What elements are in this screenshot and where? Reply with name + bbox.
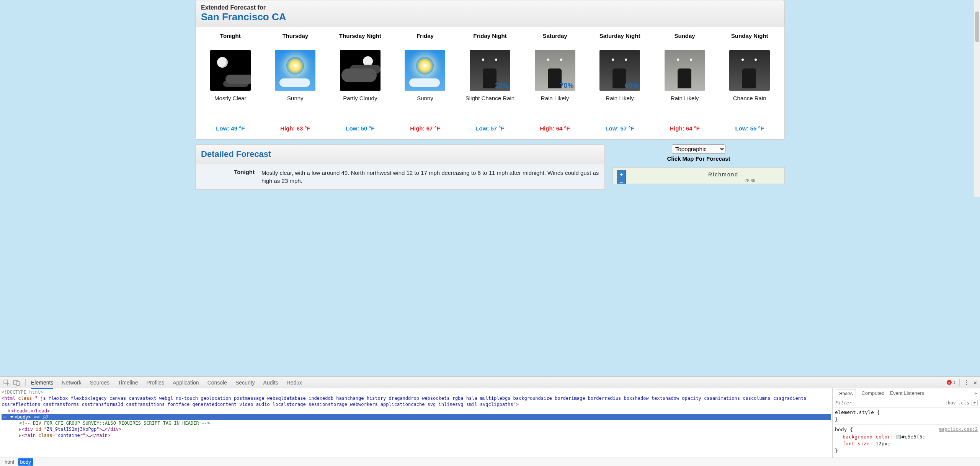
forecast-temp: Low: 57 °F xyxy=(605,125,634,132)
forecast-temp: Low: 55 °F xyxy=(735,125,764,132)
forecast-condition: Sunny xyxy=(417,95,433,111)
weather-icon xyxy=(340,50,381,91)
forecast-row: TonightMostly ClearLow: 49 °FThursdaySun… xyxy=(196,27,784,139)
forecast-day-label: Saturday xyxy=(542,33,567,48)
weather-icon xyxy=(210,50,251,91)
forecast-condition: Partly Cloudy xyxy=(343,95,377,111)
forecast-temp: High: 63 °F xyxy=(280,125,310,132)
forecast-header: Extended Forecast for San Francisco CA xyxy=(196,0,784,27)
forecast-item-2[interactable]: Thursday NightPartly CloudyLow: 50 °F xyxy=(331,33,389,132)
map-elevation-label: 75.8ft xyxy=(745,178,755,183)
detailed-text: Mostly clear, with a low around 49. Nort… xyxy=(261,169,599,185)
map-zoom-in-button[interactable]: + xyxy=(617,170,626,178)
forecast-day-label: Sunday xyxy=(675,33,695,48)
map-basemap-select[interactable]: Topographic xyxy=(672,144,725,154)
forecast-item-5[interactable]: Saturday70%Rain LikelyHigh: 64 °F xyxy=(526,33,584,132)
weather-icon xyxy=(665,50,705,91)
forecast-item-4[interactable]: Friday Night20%Slight Chance RainLow: 57… xyxy=(461,33,519,132)
weather-icon xyxy=(405,50,445,91)
forecast-temp: High: 67 °F xyxy=(410,125,440,132)
forecast-day-label: Tonight xyxy=(220,33,241,48)
extended-forecast-panel: Extended Forecast for San Francisco CA T… xyxy=(195,0,785,140)
forecast-item-7[interactable]: SundayRain LikelyHigh: 64 °F xyxy=(656,33,714,132)
forecast-condition: Slight Chance Rain xyxy=(466,95,514,111)
scrollbar-thumb[interactable] xyxy=(975,11,979,42)
detailed-forecast-header: Detailed Forecast xyxy=(195,144,605,164)
forecast-day-label: Thursday Night xyxy=(339,33,381,48)
precip-chance: 20% xyxy=(495,82,509,90)
weather-icon: 70% xyxy=(535,50,575,91)
weather-icon: 20% xyxy=(470,50,510,91)
extended-label: Extended Forecast for xyxy=(201,4,779,11)
detailed-period-label: Tonight xyxy=(201,169,255,185)
forecast-temp: Low: 57 °F xyxy=(475,125,504,132)
map-city-label: Richmond xyxy=(708,171,738,178)
location-title: San Francisco CA xyxy=(201,11,779,23)
weather-icon xyxy=(275,50,315,91)
forecast-item-3[interactable]: FridaySunnyHigh: 67 °F xyxy=(396,33,454,132)
forecast-condition: Chance Rain xyxy=(733,95,766,111)
forecast-temp: Low: 49 °F xyxy=(216,125,245,132)
map-caption: Click Map For Forecast xyxy=(612,155,785,162)
forecast-condition: Rain Likely xyxy=(671,95,699,111)
forecast-temp: High: 64 °F xyxy=(670,125,700,132)
forecast-temp: High: 64 °F xyxy=(540,125,570,132)
weather-icon: 60% xyxy=(599,50,640,91)
forecast-condition: Sunny xyxy=(287,95,304,111)
forecast-temp: Low: 50 °F xyxy=(346,125,374,132)
forecast-day-label: Friday Night xyxy=(473,33,507,48)
precip-chance: 60% xyxy=(625,82,639,90)
map-zoom-out-button[interactable]: – xyxy=(617,178,626,184)
forecast-day-label: Sunday Night xyxy=(731,33,768,48)
forecast-item-1[interactable]: ThursdaySunnyHigh: 63 °F xyxy=(266,33,324,132)
forecast-item-0[interactable]: TonightMostly ClearLow: 49 °F xyxy=(201,33,260,132)
forecast-item-8[interactable]: Sunday NightChance RainLow: 55 °F xyxy=(720,33,779,132)
forecast-condition: Rain Likely xyxy=(606,95,634,111)
forecast-day-label: Friday xyxy=(416,33,434,48)
forecast-day-label: Saturday Night xyxy=(599,33,640,48)
page-scrollbar[interactable] xyxy=(974,0,980,190)
detailed-forecast-row: Tonight Mostly clear, with a low around … xyxy=(195,164,605,190)
forecast-condition: Rain Likely xyxy=(541,95,569,111)
forecast-item-6[interactable]: Saturday Night60%Rain LikelyLow: 57 °F xyxy=(591,33,649,132)
forecast-condition: Mostly Clear xyxy=(214,95,246,111)
precip-chance: 70% xyxy=(560,82,573,90)
weather-icon xyxy=(729,50,770,91)
forecast-day-label: Thursday xyxy=(283,33,309,48)
forecast-map[interactable]: + – Richmond 75.8ft xyxy=(612,167,785,184)
